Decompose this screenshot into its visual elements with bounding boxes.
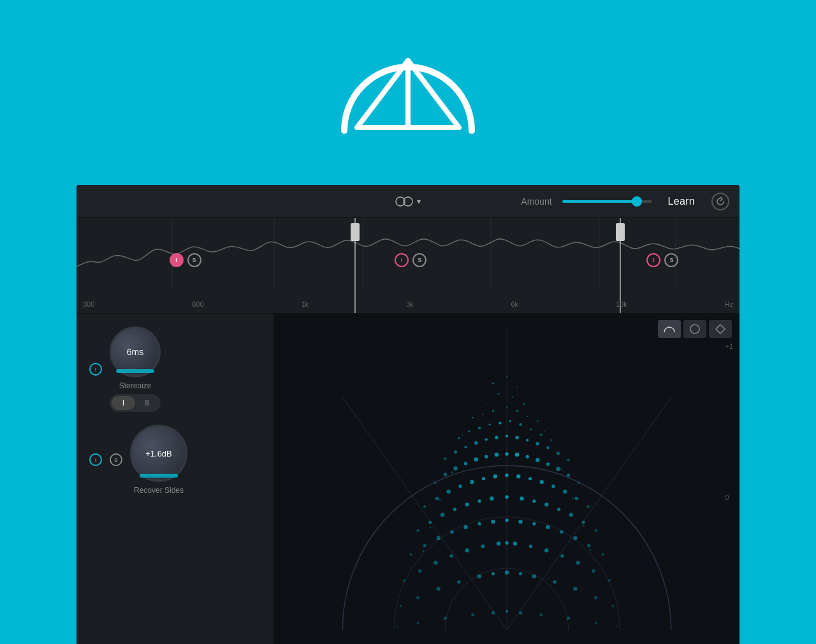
svg-point-59 xyxy=(505,452,508,455)
freq-600: 600 xyxy=(192,300,203,308)
band1-divider[interactable] xyxy=(354,218,356,313)
svg-point-112 xyxy=(403,579,405,582)
viz-diamond-button[interactable] xyxy=(709,320,732,338)
svg-point-26 xyxy=(516,410,518,412)
svg-point-110 xyxy=(587,544,590,547)
amount-slider-container xyxy=(562,200,652,203)
svg-point-89 xyxy=(505,495,508,499)
band2-handle[interactable] xyxy=(616,223,625,241)
svg-point-102 xyxy=(477,522,481,525)
band2-controls: I S xyxy=(395,253,426,267)
svg-point-75 xyxy=(516,474,520,478)
recover-sides-mute-button[interactable]: I xyxy=(89,453,102,466)
band1-handle[interactable] xyxy=(351,223,360,241)
stereoize-section: I 6ms Stereoize I II xyxy=(89,326,261,412)
freq-3k: 3k xyxy=(406,300,414,308)
svg-point-48 xyxy=(536,442,539,445)
svg-point-114 xyxy=(433,560,437,564)
band2-mute-button[interactable]: I xyxy=(395,253,409,267)
svg-point-93 xyxy=(557,508,560,511)
reset-button[interactable] xyxy=(711,193,729,210)
recover-sides-knob-container: +1.6dB Recover Sides xyxy=(130,425,187,495)
header-bar: ▾ Amount Learn xyxy=(76,185,740,218)
svg-point-35 xyxy=(519,423,521,426)
svg-point-137 xyxy=(573,587,577,590)
svg-point-91 xyxy=(532,499,536,502)
recover-sides-solo-button[interactable]: S xyxy=(110,453,122,466)
freq-300: 300 xyxy=(83,300,94,308)
svg-point-120 xyxy=(513,541,517,545)
stereoize-mute-button[interactable]: I xyxy=(89,363,102,376)
scale-top: +1 xyxy=(725,342,733,350)
svg-point-139 xyxy=(611,604,614,607)
svg-point-88 xyxy=(490,496,493,500)
svg-point-129 xyxy=(436,587,440,590)
right-panel: +1 0 -1 xyxy=(274,314,740,644)
svg-point-155 xyxy=(439,499,441,501)
amount-slider[interactable] xyxy=(562,200,652,203)
freq-1k: 1k xyxy=(301,300,309,308)
freq-6k: 6k xyxy=(511,300,518,308)
svg-point-130 xyxy=(457,580,460,583)
stereoize-row: I 6ms Stereoize I II xyxy=(89,326,261,412)
learn-button[interactable]: Learn xyxy=(662,192,701,211)
svg-point-76 xyxy=(528,477,532,480)
svg-point-133 xyxy=(505,570,509,574)
svg-point-160 xyxy=(589,549,591,551)
stereoize-toggle[interactable]: I II xyxy=(110,394,161,412)
svg-point-61 xyxy=(526,455,529,458)
svg-point-157 xyxy=(429,526,431,528)
svg-point-122 xyxy=(544,548,548,552)
svg-point-78 xyxy=(551,485,555,488)
viz-full-circle-button[interactable] xyxy=(683,320,706,338)
stereoize-knob[interactable]: 6ms xyxy=(110,326,161,377)
svg-point-25 xyxy=(506,407,507,408)
svg-point-56 xyxy=(474,457,477,461)
svg-point-40 xyxy=(454,450,457,453)
svg-point-51 xyxy=(567,458,569,461)
svg-point-34 xyxy=(509,420,511,422)
diamond-icon xyxy=(715,324,725,334)
svg-point-85 xyxy=(453,508,456,511)
svg-point-30 xyxy=(468,430,470,432)
svg-point-37 xyxy=(540,434,543,436)
svg-point-115 xyxy=(449,554,453,557)
svg-point-43 xyxy=(485,438,488,441)
band1-solo-button[interactable]: S xyxy=(187,253,201,267)
svg-point-135 xyxy=(532,574,536,578)
svg-point-126 xyxy=(608,579,611,582)
toggle-option-i[interactable]: I xyxy=(112,396,135,410)
recover-sides-label: Recover Sides xyxy=(134,486,184,495)
dropdown-arrow-icon[interactable]: ▾ xyxy=(417,197,421,206)
svg-point-55 xyxy=(464,462,467,465)
svg-point-83 xyxy=(428,521,432,524)
svg-point-140 xyxy=(397,626,398,627)
svg-point-98 xyxy=(423,544,426,547)
frequency-markers: 300 600 1k 3k 6k 10k Hz xyxy=(76,300,740,308)
recover-sides-knob[interactable]: +1.6dB xyxy=(130,425,187,482)
svg-point-79 xyxy=(563,490,567,494)
band2-solo-button[interactable]: S xyxy=(412,253,426,267)
band3-mute-button[interactable]: I xyxy=(646,253,660,267)
band3-controls: I S xyxy=(646,253,678,267)
svg-point-94 xyxy=(569,513,573,516)
svg-point-103 xyxy=(491,520,495,523)
svg-point-47 xyxy=(526,439,528,441)
svg-point-63 xyxy=(546,462,550,465)
svg-point-31 xyxy=(478,427,481,429)
band1-mute-button[interactable]: I xyxy=(170,253,184,267)
svg-point-142 xyxy=(444,617,447,620)
toggle-option-ii[interactable]: II xyxy=(135,396,159,410)
svg-point-77 xyxy=(540,480,544,484)
band3-solo-button[interactable]: S xyxy=(664,253,678,267)
viz-half-circle-button[interactable] xyxy=(658,320,681,338)
svg-point-101 xyxy=(463,525,467,529)
svg-point-46 xyxy=(515,435,518,439)
svg-point-27 xyxy=(527,416,528,417)
svg-point-15 xyxy=(492,383,494,384)
band2-divider[interactable] xyxy=(620,218,621,313)
svg-point-17 xyxy=(516,386,518,388)
svg-point-57 xyxy=(484,455,488,458)
svg-point-20 xyxy=(523,403,525,405)
svg-point-44 xyxy=(495,435,498,439)
